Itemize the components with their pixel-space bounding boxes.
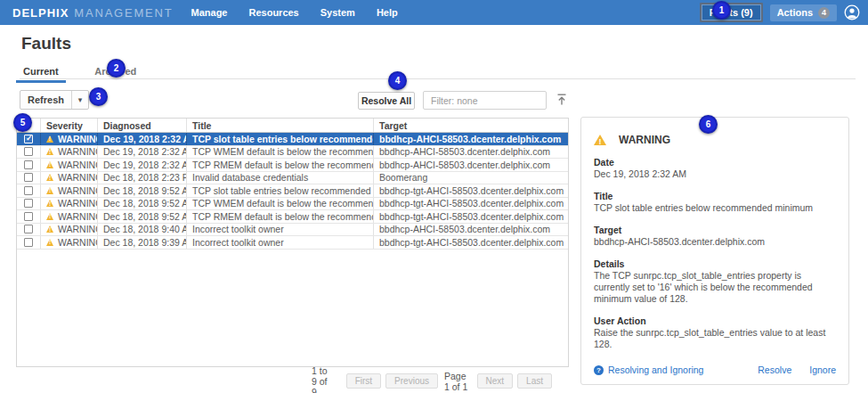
table-row[interactable]: WARNING Dec 19, 2018 2:32 AM TCP RMEM de… bbox=[17, 159, 568, 172]
actions-count-badge: 4 bbox=[818, 7, 830, 19]
page-title: Faults bbox=[21, 34, 71, 53]
fault-detail-panel: WARNING Date Dec 19, 2018 2:32 AM Title … bbox=[580, 117, 849, 385]
ignore-link[interactable]: Ignore bbox=[809, 364, 836, 375]
fault-details-group: Details The TCP sunrpc.tcp_slot_table_en… bbox=[594, 258, 836, 305]
brand-primary: DELPHIX bbox=[12, 6, 69, 20]
title-cell: TCP WMEM default is below the recommende… bbox=[187, 146, 374, 159]
callout-badge-5: 5 bbox=[13, 113, 32, 132]
previous-page-button[interactable]: Previous bbox=[385, 373, 438, 389]
callout-badge-4: 4 bbox=[388, 71, 407, 90]
table-row[interactable]: WARNING Dec 18, 2018 9:52 AM TCP RMEM de… bbox=[17, 210, 568, 224]
menu-item-resources[interactable]: Resources bbox=[248, 7, 298, 18]
warning-icon bbox=[46, 200, 53, 207]
resolve-link[interactable]: Resolve bbox=[758, 364, 791, 375]
help-icon: ? bbox=[594, 365, 604, 375]
table-row[interactable]: WARNING Dec 18, 2018 9:39 AM Incorrect t… bbox=[17, 236, 568, 250]
menu-item-help[interactable]: Help bbox=[377, 7, 398, 18]
pagination-range: 1 to 9 of 9 bbox=[312, 365, 335, 393]
callout-badge-2: 2 bbox=[107, 59, 126, 78]
filter-input[interactable] bbox=[423, 91, 547, 110]
top-navigation-bar: DELPHIX MANAGEMENT Manage Resources Syst… bbox=[0, 0, 868, 25]
header-diagnosed[interactable]: Diagnosed bbox=[98, 119, 187, 132]
diagnosed-cell: Dec 18, 2018 2:23 PM bbox=[98, 172, 187, 184]
diagnosed-cell: Dec 18, 2018 9:52 AM bbox=[98, 198, 187, 210]
title-value: TCP slot table entries below recommended… bbox=[594, 202, 836, 214]
title-cell: TCP RMEM default is below the recommende… bbox=[187, 210, 374, 223]
row-checkbox-cell bbox=[17, 198, 41, 210]
resolve-all-button[interactable]: Resolve All bbox=[358, 92, 415, 110]
refresh-dropdown-button[interactable]: ▾ bbox=[71, 91, 88, 109]
target-value: bbdhcp-AHCI-58503.dcenter.delphix.com bbox=[594, 236, 836, 248]
target-cell: bbdhcp-AHCI-58503.dcenter.delphix.com bbox=[374, 159, 568, 171]
export-button[interactable] bbox=[553, 92, 571, 110]
first-page-button[interactable]: First bbox=[346, 373, 381, 389]
table-row[interactable]: WARNING Dec 18, 2018 9:52 AM TCP WMEM de… bbox=[17, 198, 568, 211]
pagination-page-indicator: Page 1 of 1 bbox=[444, 371, 471, 392]
fault-user-action-group: User Action Raise the sunrpc.tcp_slot_ta… bbox=[594, 315, 836, 350]
help-link-label: Resolving and Ignoring bbox=[608, 364, 703, 375]
user-profile-icon[interactable] bbox=[844, 4, 860, 20]
row-checkbox[interactable] bbox=[24, 160, 33, 169]
row-checkbox-cell bbox=[17, 133, 41, 145]
date-value: Dec 19, 2018 2:32 AM bbox=[594, 168, 836, 180]
menu-item-system[interactable]: System bbox=[320, 7, 355, 18]
table-row[interactable]: WARNING Dec 18, 2018 2:23 PM Invalid dat… bbox=[17, 172, 568, 185]
tab-current[interactable]: Current bbox=[20, 63, 62, 81]
title-cell: TCP slot table entries below recommended… bbox=[187, 184, 374, 197]
row-checkbox[interactable] bbox=[24, 238, 33, 247]
brand-secondary: MANAGEMENT bbox=[74, 6, 173, 20]
severity-cell: WARNING bbox=[41, 133, 98, 145]
refresh-button[interactable]: Refresh bbox=[20, 91, 71, 109]
target-cell: bbdhcp-AHCI-58503.dcenter.delphix.com bbox=[374, 133, 568, 145]
table-row[interactable]: WARNING Dec 19, 2018 2:32 AM TCP slot ta… bbox=[17, 133, 568, 146]
table-row[interactable]: WARNING Dec 19, 2018 2:32 AM TCP WMEM de… bbox=[17, 146, 568, 160]
row-checkbox-cell bbox=[17, 210, 41, 223]
fault-detail-footer: ? Resolving and Ignoring Resolve Ignore bbox=[594, 364, 836, 375]
warning-icon bbox=[46, 213, 53, 220]
row-checkbox-cell bbox=[17, 172, 41, 184]
warning-icon bbox=[46, 135, 53, 143]
delphix-logo: DELPHIX MANAGEMENT bbox=[12, 6, 174, 20]
row-checkbox[interactable] bbox=[24, 186, 33, 195]
last-page-button[interactable]: Last bbox=[517, 373, 552, 389]
resolving-ignoring-help-link[interactable]: ? Resolving and Ignoring bbox=[594, 364, 703, 375]
details-value: The TCP sunrpc.tcp_slot_table_entries pr… bbox=[594, 270, 836, 305]
diagnosed-cell: Dec 19, 2018 2:32 AM bbox=[98, 133, 187, 145]
faults-table: Severity Diagnosed Title Target WARNING … bbox=[16, 118, 569, 367]
target-cell: bbdhcp-AHCI-58503.dcenter.delphix.com bbox=[374, 146, 568, 159]
actions-button[interactable]: Actions 4 bbox=[770, 4, 837, 21]
header-target[interactable]: Target bbox=[374, 119, 568, 132]
warning-icon bbox=[594, 135, 606, 145]
row-checkbox[interactable] bbox=[24, 212, 33, 221]
next-page-button[interactable]: Next bbox=[477, 373, 514, 389]
target-cell: bbdhcp-tgt-AHCI-58503.dcenter.delphix.co… bbox=[374, 236, 568, 249]
row-checkbox[interactable] bbox=[24, 173, 33, 182]
row-checkbox[interactable] bbox=[24, 199, 33, 208]
severity-cell: WARNING bbox=[41, 210, 98, 223]
faults-button[interactable]: Faults (9) bbox=[700, 3, 763, 22]
table-header-row: Severity Diagnosed Title Target bbox=[17, 119, 568, 133]
header-title[interactable]: Title bbox=[187, 119, 374, 132]
main-menu: Manage Resources System Help bbox=[191, 7, 398, 18]
tab-bar: Current Archived bbox=[20, 62, 856, 79]
target-label: Target bbox=[594, 225, 836, 236]
title-cell: TCP slot table entries below recommended… bbox=[187, 133, 374, 145]
target-cell: bbdhcp-tgt-AHCI-58503.dcenter.delphix.co… bbox=[374, 198, 568, 210]
row-checkbox-cell bbox=[17, 236, 41, 249]
diagnosed-cell: Dec 18, 2018 9:40 AM bbox=[98, 224, 187, 236]
table-row[interactable]: WARNING Dec 18, 2018 9:52 AM TCP slot ta… bbox=[17, 184, 568, 198]
target-cell: bbdhcp-tgt-AHCI-58503.dcenter.delphix.co… bbox=[374, 184, 568, 197]
table-row[interactable]: WARNING Dec 18, 2018 9:40 AM Incorrect t… bbox=[17, 224, 568, 237]
title-cell: Incorrect toolkit owner bbox=[187, 236, 374, 249]
severity-cell: WARNING bbox=[41, 172, 98, 184]
row-checkbox[interactable] bbox=[24, 147, 33, 156]
header-severity[interactable]: Severity bbox=[41, 119, 98, 132]
fault-severity-label: WARNING bbox=[619, 134, 670, 146]
row-checkbox[interactable] bbox=[24, 225, 33, 233]
diagnosed-cell: Dec 19, 2018 2:32 AM bbox=[98, 159, 187, 171]
diagnosed-cell: Dec 18, 2018 9:52 AM bbox=[98, 210, 187, 223]
menu-item-manage[interactable]: Manage bbox=[191, 7, 228, 18]
row-checkbox[interactable] bbox=[24, 135, 33, 143]
target-cell: bbdhcp-tgt-AHCI-58503.dcenter.delphix.co… bbox=[374, 210, 568, 223]
row-checkbox-cell bbox=[17, 146, 41, 159]
